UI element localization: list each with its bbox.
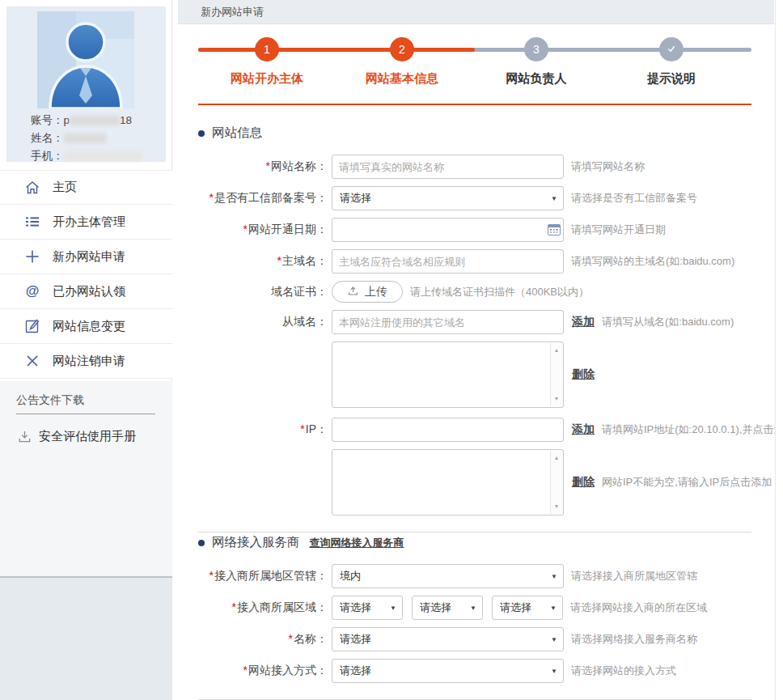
sidebar-item-2[interactable]: 开办主体管理 — [0, 205, 172, 240]
form-row: 从域名：添加请填写从域名(如:baidu.com) — [198, 310, 774, 334]
avatar — [37, 11, 134, 108]
step-3-circle[interactable]: 3 — [524, 37, 548, 62]
calendar-icon[interactable] — [548, 223, 561, 239]
required-marker: * — [300, 422, 304, 435]
select-input[interactable]: 境内▼ — [332, 564, 564, 588]
step-4-label[interactable]: 提示说明 — [615, 71, 728, 87]
scroll-down-icon[interactable]: ▼ — [551, 393, 562, 405]
sidebar-item-5[interactable]: 网站信息变更 — [0, 309, 172, 344]
field-label-text: 网站接入方式： — [248, 664, 328, 677]
step-4-circle[interactable] — [659, 37, 684, 62]
account-line: 账号：p18 — [31, 112, 142, 129]
sidebar: 账号：p18 姓名： 手机： 主页开办主体管理新办网站申请@已办网站认领网站信息… — [0, 0, 172, 700]
download-item-label: 安全评估使用手册 — [39, 429, 136, 444]
field-label: *IP： — [198, 422, 328, 437]
sidebar-item-3[interactable]: 新办网站申请 — [0, 240, 172, 274]
scroll-down-icon[interactable]: ▼ — [551, 501, 562, 512]
stepper-underline — [198, 104, 751, 105]
sidebar-item-6[interactable]: 网站注销申请 — [0, 344, 172, 379]
sidebar-item-4[interactable]: @已办网站认领 — [0, 274, 172, 309]
page-scrollbar[interactable] — [775, 0, 783, 700]
select-input[interactable]: 请选择▼ — [332, 627, 564, 651]
field-hint: 请选择是否有工信部备案号 — [571, 191, 697, 206]
at-icon: @ — [24, 283, 40, 299]
select-value: 请选择 — [340, 191, 371, 206]
account-label: 账号： — [31, 114, 64, 126]
text-input[interactable] — [332, 155, 564, 179]
delete-link[interactable]: 删除 — [572, 475, 595, 490]
add-link[interactable]: 添加 — [572, 315, 595, 329]
select-input[interactable]: 请选择▼ — [412, 596, 483, 620]
section-link[interactable]: 查询网络接入服务商 — [310, 536, 404, 550]
user-info: 账号：p18 姓名： 手机： — [31, 112, 142, 165]
field-hint: 请填写从域名(如:baidu.com) — [602, 315, 734, 329]
sidebar-menu: 主页开办主体管理新办网站申请@已办网站认领网站信息变更网站注销申请 — [0, 170, 172, 379]
delete-link[interactable]: 删除 — [572, 367, 595, 382]
required-marker: * — [243, 664, 248, 677]
field-label-text: 主域名： — [282, 254, 328, 267]
required-marker: * — [277, 254, 281, 267]
field-label-text: 是否有工信部备案号： — [214, 191, 328, 204]
step-2-label[interactable]: 网站基本信息 — [345, 71, 459, 87]
user-card: 账号：p18 姓名： 手机： — [6, 6, 166, 162]
redacted-text — [70, 116, 120, 125]
account-prefix: p — [64, 114, 70, 126]
listbox[interactable]: ▲▼ — [332, 342, 564, 408]
sidebar-item-label: 网站信息变更 — [53, 319, 125, 334]
listbox-scrollbar[interactable]: ▲▼ — [550, 451, 562, 514]
field-hint: 网站IP不能为空,请输入IP后点击添加 — [602, 475, 772, 490]
downloads-heading: 公告文件下载 — [16, 393, 84, 408]
text-input[interactable] — [332, 249, 564, 274]
form-row: *网站名称：请填写网站名称 — [198, 155, 774, 179]
field-label: *网站开通日期： — [198, 223, 328, 237]
step-1-circle[interactable]: 1 — [255, 37, 279, 62]
form-area: 网站信息*网站名称：请填写网站名称*是否有工信部备案号：请选择▼请选择是否有工信… — [178, 125, 774, 700]
text-input[interactable] — [332, 310, 564, 334]
field-hint: 请选择网站接入商的所在区域 — [570, 600, 707, 615]
field-label: *网站接入方式： — [198, 664, 328, 678]
sidebar-footer — [0, 576, 172, 700]
select-input[interactable]: 请选择▼ — [492, 596, 563, 620]
field-label-text: 域名证书： — [271, 285, 328, 298]
sidebar-item-1[interactable]: 主页 — [0, 170, 172, 205]
text-input[interactable] — [332, 418, 564, 442]
downloads-rule — [16, 414, 155, 414]
select-value: 请选择 — [340, 600, 371, 615]
section-title: 网络接入服务商 — [212, 534, 300, 551]
download-item[interactable]: 安全评估使用手册 — [16, 428, 136, 444]
form-row: ▲▼删除网站IP不能为空,请输入IP后点击添加 — [198, 449, 774, 515]
person-avatar-icon — [37, 11, 134, 108]
chevron-down-icon: ▼ — [551, 195, 557, 202]
scroll-up-icon[interactable]: ▲ — [551, 452, 562, 464]
form-row: *网站开通日期：请填写网站开通日期 — [198, 218, 774, 242]
select-input[interactable]: 请选择▼ — [332, 186, 564, 210]
required-marker: * — [243, 223, 248, 235]
edit-icon — [24, 318, 40, 334]
chevron-down-icon: ▼ — [390, 605, 396, 612]
date-input[interactable] — [332, 218, 564, 242]
field-label: *是否有工信部备案号： — [198, 191, 328, 206]
step-1-label[interactable]: 网站开办主体 — [210, 71, 324, 87]
form-row: *IP：添加请填网站IP地址(如:20.10.0.1),并点击添加 — [198, 418, 774, 442]
form-row: *网站接入方式：请选择▼请选择网站的接入方式 — [198, 659, 774, 683]
required-marker: * — [289, 632, 293, 645]
select-value: 境内 — [340, 569, 361, 583]
field-hint: 请填写网站的主域名(如:baidu.com) — [571, 254, 734, 269]
field-hint: 请选择网络接入服务商名称 — [571, 632, 697, 647]
add-link[interactable]: 添加 — [572, 422, 595, 437]
field-label-text: 从域名： — [282, 315, 328, 328]
field-label: 域名证书： — [198, 285, 328, 299]
step-2-circle[interactable]: 2 — [390, 37, 414, 62]
select-input[interactable]: 请选择▼ — [332, 659, 564, 683]
upload-button[interactable]: 上传 — [332, 281, 403, 303]
chevron-down-icon: ▼ — [470, 605, 476, 612]
listbox[interactable]: ▲▼ — [332, 449, 564, 515]
required-marker: * — [232, 600, 236, 613]
listbox-scrollbar[interactable]: ▲▼ — [550, 343, 562, 406]
field-hint: 请上传域名证书扫描件（400KB以内） — [410, 285, 589, 299]
check-icon — [665, 42, 678, 57]
scroll-up-icon[interactable]: ▲ — [551, 345, 562, 356]
select-input[interactable]: 请选择▼ — [332, 596, 403, 620]
upload-icon — [347, 285, 359, 299]
step-3-label[interactable]: 网站负责人 — [480, 71, 593, 87]
